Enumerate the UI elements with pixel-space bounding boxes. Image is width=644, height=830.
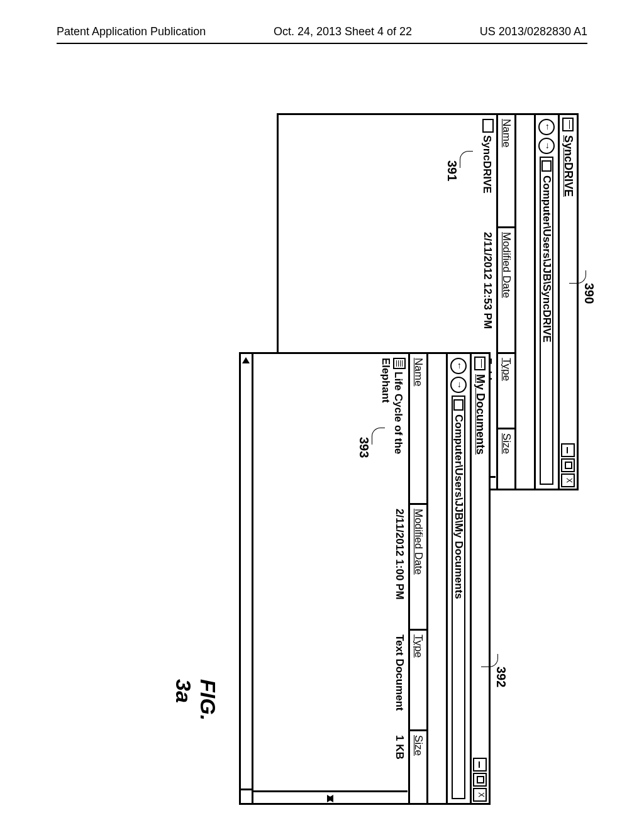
- page-header: Patent Application Publication Oct. 24, …: [57, 25, 587, 38]
- callout-leader: [481, 654, 498, 667]
- address-text: Computer\Users\JJB\My Documents: [453, 414, 465, 599]
- scroll-left-button[interactable]: [241, 354, 252, 367]
- callout-leader: [569, 270, 586, 284]
- close-button[interactable]: X: [474, 788, 487, 802]
- maximize-button[interactable]: [474, 773, 487, 787]
- col-modified[interactable]: Modified Date: [410, 505, 426, 631]
- header-rule: [57, 43, 587, 44]
- col-size[interactable]: Size: [410, 731, 426, 803]
- address-text: Computer\Users\JJB\SyncDRIVE: [541, 175, 553, 342]
- address-field[interactable]: Computer\Users\JJB\SyncDRIVE: [540, 157, 554, 485]
- address-bar: ← → Computer\Users\JJB\My Documents: [446, 354, 470, 803]
- window-controls: X: [562, 443, 575, 489]
- callout-leader: [372, 428, 385, 445]
- cell-size: 1 KB: [379, 731, 406, 763]
- folder-icon: [482, 119, 494, 133]
- pub-label: Patent Application Publication: [57, 25, 206, 38]
- col-size[interactable]: Size: [498, 429, 514, 489]
- callout-391: 391: [445, 160, 459, 181]
- titlebar[interactable]: My Documents X: [470, 354, 489, 803]
- scroll-down-button[interactable]: [253, 792, 408, 805]
- col-modified[interactable]: Modified Date: [498, 228, 514, 354]
- cell-modified: 2/11/2012 12:53 PM: [480, 228, 494, 354]
- document-icon: [393, 358, 406, 369]
- callout-392: 392: [494, 667, 508, 687]
- cell-modified: 2/11/2012 1:00 PM: [379, 505, 406, 631]
- window-controls: X: [474, 758, 487, 803]
- forward-button[interactable]: →: [451, 377, 467, 393]
- column-headers: Name Modified Date Type Size: [496, 115, 514, 489]
- toolbar-spacer: [514, 115, 534, 489]
- back-button[interactable]: ←: [539, 119, 555, 135]
- scrollbar-vertical[interactable]: [253, 790, 408, 803]
- col-name[interactable]: Name: [498, 115, 514, 228]
- window-mydocuments: My Documents X ← → Computer\Users\JJB\My…: [239, 352, 491, 805]
- scrollbar-corner: [241, 788, 252, 803]
- drive-icon: [542, 160, 552, 172]
- folder-icon: [475, 357, 486, 370]
- forward-button[interactable]: →: [539, 138, 555, 154]
- minimize-button[interactable]: [474, 758, 487, 772]
- minimize-button[interactable]: [562, 443, 575, 457]
- col-name[interactable]: Name: [410, 354, 426, 505]
- maximize-button[interactable]: [562, 458, 575, 472]
- col-type[interactable]: Type: [410, 631, 426, 731]
- callout-390: 390: [582, 283, 596, 304]
- cell-type: Text Document: [379, 631, 406, 731]
- column-headers: Name Modified Date Type Size: [408, 354, 426, 803]
- back-button[interactable]: ←: [451, 358, 467, 374]
- callout-393: 393: [357, 437, 371, 458]
- col-type[interactable]: Type: [498, 354, 514, 429]
- callout-leader: [460, 151, 473, 168]
- pub-number: US 2013/0282830 A1: [480, 25, 587, 38]
- figure-label: FIG. 3a: [171, 679, 220, 721]
- window-title: My Documents: [474, 374, 487, 455]
- cell-name: SyncDRIVE: [480, 115, 494, 228]
- folder-icon: [563, 118, 574, 131]
- address-bar: ← → Computer\Users\JJB\SyncDRIVE: [534, 115, 558, 489]
- close-button[interactable]: X: [562, 473, 575, 487]
- scrollbar-horizontal[interactable]: [241, 354, 253, 803]
- table-row[interactable]: Life Cycle of the Elephant 2/11/2012 1:0…: [377, 354, 408, 803]
- window-title: SyncDRIVE: [562, 135, 575, 197]
- drive-icon: [454, 399, 464, 411]
- date-sheet: Oct. 24, 2013 Sheet 4 of 22: [274, 25, 412, 38]
- address-field[interactable]: Computer\Users\JJB\My Documents: [452, 396, 466, 799]
- toolbar-spacer: [426, 354, 446, 803]
- figure-area: SyncDRIVE X ← → Computer\Users\JJB\SyncD…: [0, 170, 644, 673]
- titlebar[interactable]: SyncDRIVE X: [558, 115, 577, 489]
